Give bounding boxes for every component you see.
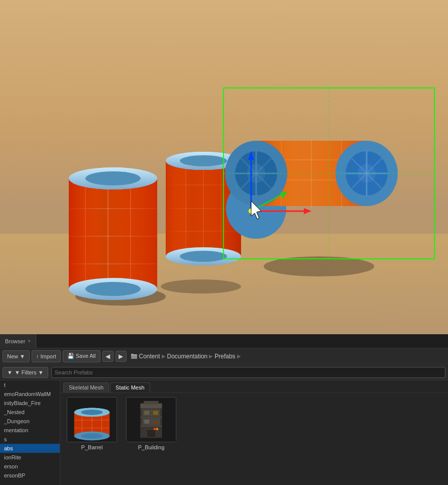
asset-thumb-building [126,397,176,442]
type-tabs: Skeletal Mesh Static Mesh [60,380,448,393]
nav-back-button[interactable]: ◀ [102,351,114,362]
folder-icon [131,353,138,360]
content-browser-panel: Browser × New ▼ ↑ Import 💾 Save All ◀ ▶ … [0,334,448,485]
tab-static-mesh[interactable]: Static Mesh [110,382,150,393]
viewport-scene [0,0,448,334]
svg-rect-9 [69,178,157,289]
asset-area: Skeletal Mesh Static Mesh [60,380,448,485]
shadow-mid [161,279,241,294]
svg-rect-84 [156,428,158,430]
folder-sidebar: t emoRandomWallM inityBlade_Fire _Nested… [0,380,60,485]
asset-label-building: P_Building [138,444,165,450]
breadcrumb-content[interactable]: Content [139,353,160,360]
folder-item[interactable]: ionRite [0,453,60,462]
asset-thumb-barrel [67,397,117,442]
folder-item[interactable]: _Nested [0,408,60,417]
svg-rect-77 [153,420,158,424]
building-thumbnail [127,397,176,442]
svg-rect-74 [144,411,149,415]
breadcrumb: Content ▶ Documentation ▶ Prefabs ▶ [129,353,446,360]
filters-icon: ▼ [7,369,13,375]
folder-item[interactable]: erson [0,462,60,471]
tab-skeletal-mesh[interactable]: Skeletal Mesh [63,382,109,393]
search-input[interactable] [51,367,445,378]
svg-point-67 [81,410,102,415]
svg-point-12 [85,171,141,185]
svg-point-68 [81,433,102,439]
svg-point-27 [180,251,227,262]
folder-item[interactable]: inityBlade_Fire [0,399,60,408]
svg-rect-83 [154,428,156,430]
barrel-thumbnail [67,397,117,442]
folder-item[interactable]: s [0,435,60,444]
3d-viewport[interactable] [0,0,448,334]
folder-item[interactable]: mentation [0,426,60,435]
svg-rect-80 [147,430,155,437]
svg-rect-75 [153,411,158,415]
filters-button[interactable]: ▼ ▼ Filters ▼ [3,367,48,378]
save-all-button[interactable]: 💾 Save All [63,350,100,362]
folder-item[interactable]: _Dungeon [0,417,60,426]
import-button[interactable]: ↑ Import [32,350,61,362]
asset-grid: P_Barrel [60,393,448,485]
asset-item-barrel[interactable]: P_Barrel [64,397,120,450]
shadow-right [264,256,374,276]
browser-main: t emoRandomWallM inityBlade_Fire _Nested… [0,380,448,485]
svg-point-13 [85,282,141,296]
folder-item-prefabs[interactable]: abs [0,444,60,453]
svg-rect-79 [144,401,158,405]
filter-row: ▼ ▼ Filters ▼ [0,364,448,380]
browser-tabbar: Browser × [0,334,448,348]
new-button[interactable]: New ▼ [3,350,30,362]
breadcrumb-documentation[interactable]: Documentation [167,353,208,360]
folder-item[interactable]: emoRandomWallM [0,390,60,399]
breadcrumb-prefabs[interactable]: Prefabs [214,353,235,360]
close-tab-button[interactable]: × [28,338,31,344]
nav-forward-button[interactable]: ▶ [116,351,127,362]
browser-tab-label: Browser [5,338,25,344]
folder-item[interactable]: t [0,380,60,390]
browser-toolbar: New ▼ ↑ Import 💾 Save All ◀ ▶ Content ▶ … [0,348,448,364]
asset-item-building[interactable]: P_Building [124,397,179,450]
folder-item[interactable]: ersonBP [0,471,60,480]
browser-tab[interactable]: Browser × [0,334,36,348]
svg-rect-76 [144,420,149,424]
svg-marker-53 [304,208,311,214]
asset-label-barrel: P_Barrel [81,444,103,450]
svg-point-26 [180,155,227,166]
